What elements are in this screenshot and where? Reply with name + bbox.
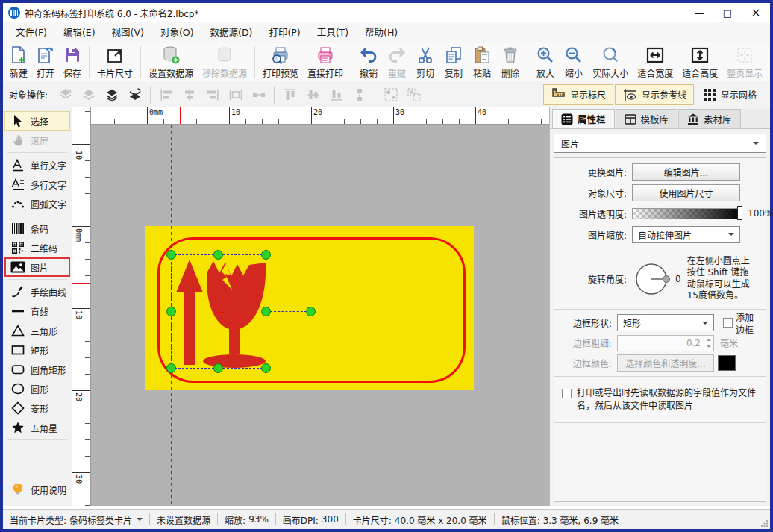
ruler-label: 10 bbox=[75, 310, 83, 319]
resize-handle-e[interactable] bbox=[261, 307, 271, 316]
menu-item-print[interactable]: 打印(P) bbox=[260, 23, 308, 43]
fit-width-button[interactable]: 适合宽度 bbox=[633, 44, 677, 81]
sidebar-item-arc-text[interactable]: 圆弧文字 bbox=[4, 194, 70, 213]
opacity-slider[interactable] bbox=[632, 208, 742, 219]
sidebar-item-select[interactable]: 选择 bbox=[4, 111, 70, 131]
menu-item-tools[interactable]: 工具(T) bbox=[309, 23, 357, 43]
show-ruler-toggle[interactable]: 显示标尺 bbox=[543, 84, 613, 105]
use-image-size-button[interactable]: 使用图片尺寸 bbox=[632, 184, 740, 201]
direct-print-button[interactable]: 直接打印 bbox=[303, 44, 348, 81]
fit-height-icon bbox=[690, 46, 710, 65]
tab-material-library[interactable]: 素材库 bbox=[678, 109, 741, 128]
add-border-checkbox[interactable] bbox=[723, 318, 733, 328]
show-guideline-toggle[interactable]: 显示参考线 bbox=[615, 84, 694, 105]
replace-image-label: 更换图片: bbox=[559, 166, 632, 178]
rotation-handle[interactable] bbox=[306, 307, 316, 316]
set-datasource-button[interactable]: 设置数据源 bbox=[144, 44, 198, 81]
cut-button[interactable]: 剪切 bbox=[411, 44, 439, 81]
resize-handle-nw[interactable] bbox=[166, 250, 176, 260]
border-width-label: 边框粗细: bbox=[559, 337, 617, 349]
show-grid-toggle[interactable]: 显示网格 bbox=[695, 85, 764, 104]
chevron-down-icon bbox=[753, 142, 759, 148]
remove-datasource-icon bbox=[215, 46, 234, 65]
edit-image-button[interactable]: 编辑图片... bbox=[632, 163, 740, 181]
image-scale-label: 图片缩放: bbox=[559, 228, 632, 241]
sidebar-item-freehand-curve[interactable]: 手绘曲线 bbox=[4, 282, 70, 301]
sidebar-item-single-line-text[interactable]: 单行文字 bbox=[4, 155, 70, 175]
fit-height-button[interactable]: 适合高度 bbox=[677, 44, 722, 81]
panel-tabs: 属性栏 模板库 素材库 bbox=[550, 109, 770, 129]
vertical-ruler[interactable]: -10 0mm 10 20 30 bbox=[72, 107, 91, 506]
rotation-dial[interactable]: 0 bbox=[633, 260, 681, 298]
tab-template-library[interactable]: 模板库 bbox=[616, 109, 678, 128]
new-button[interactable]: 新建 bbox=[5, 44, 32, 81]
open-file-icon bbox=[37, 46, 54, 65]
paste-button[interactable]: 粘贴 bbox=[468, 44, 496, 81]
resize-handle-w[interactable] bbox=[166, 307, 176, 316]
direct-print-icon bbox=[316, 46, 335, 65]
rotation-label: 旋转角度: bbox=[559, 272, 632, 285]
zoom-out-button[interactable]: 缩小 bbox=[560, 44, 588, 81]
resize-handle-ne[interactable] bbox=[261, 250, 271, 260]
minimize-button[interactable]: — bbox=[685, 3, 713, 22]
resize-handle-sw[interactable] bbox=[166, 363, 176, 373]
sidebar-item-star[interactable]: 五角星 bbox=[4, 418, 70, 437]
menu-item-datasource[interactable]: 数据源(D) bbox=[202, 23, 261, 43]
menu-item-view[interactable]: 视图(V) bbox=[104, 23, 152, 43]
move-layer-down-icon[interactable] bbox=[123, 85, 146, 104]
arc-text-icon bbox=[10, 196, 25, 211]
copy-button[interactable]: 复制 bbox=[439, 44, 468, 81]
menu-item-edit[interactable]: 编辑(E) bbox=[55, 23, 104, 43]
datasource-status: 未设置数据源 bbox=[157, 513, 210, 526]
datasource-image-section: 打印或导出时先读取数据源的字段值作为文件名，然后从该文件中读取图片 bbox=[554, 377, 766, 422]
properties-panel: 属性栏 模板库 素材库 图片 更换图片: 编 bbox=[549, 107, 770, 506]
help-button[interactable]: 使用说明 bbox=[4, 480, 70, 499]
maximize-button[interactable]: □ bbox=[713, 3, 742, 22]
sidebar-item-barcode[interactable]: 条码 bbox=[4, 219, 70, 238]
actual-size-button[interactable]: 实际大小 bbox=[588, 44, 633, 81]
tab-properties[interactable]: 属性栏 bbox=[552, 109, 615, 128]
equal-h-spacing-icon bbox=[224, 85, 247, 104]
menu-item-help[interactable]: 帮助(H) bbox=[357, 23, 406, 43]
menu-item-object[interactable]: 对象(O) bbox=[152, 23, 202, 43]
save-button[interactable]: 保存 bbox=[59, 44, 86, 81]
resize-handle-s[interactable] bbox=[213, 363, 223, 373]
move-layer-up-icon[interactable] bbox=[100, 85, 123, 104]
divider bbox=[7, 152, 67, 153]
menu-item-file[interactable]: 文件(F) bbox=[7, 23, 55, 43]
resize-handle-se[interactable] bbox=[261, 363, 271, 373]
ruler-label: 40 bbox=[478, 108, 486, 116]
object-type-select[interactable]: 图片 bbox=[554, 134, 766, 153]
sidebar-item-circle[interactable]: 圆形 bbox=[4, 379, 70, 398]
horizontal-ruler[interactable]: 0mm 10 20 30 40 bbox=[91, 107, 549, 125]
close-button[interactable]: × bbox=[742, 3, 770, 22]
resize-grip[interactable] bbox=[760, 519, 769, 528]
save-icon bbox=[63, 46, 81, 65]
undo-button[interactable]: 撤销 bbox=[354, 44, 383, 81]
border-shape-select[interactable]: 矩形 bbox=[617, 314, 714, 331]
sidebar-item-rectangle[interactable]: 矩形 bbox=[4, 340, 70, 360]
print-preview-icon bbox=[271, 46, 290, 65]
print-preview-button[interactable]: 打印预览 bbox=[258, 44, 303, 81]
resize-handle-n[interactable] bbox=[213, 250, 223, 260]
card-size-button[interactable]: 卡片尺寸 bbox=[93, 44, 137, 81]
delete-button[interactable]: 删除 bbox=[496, 44, 525, 81]
open-button[interactable]: 打开 bbox=[32, 44, 59, 81]
sidebar-item-multi-line-text[interactable]: 多行文字 bbox=[4, 175, 70, 194]
sidebar-item-rounded-rectangle[interactable]: 圆角矩形 bbox=[4, 360, 70, 379]
datasource-image-checkbox[interactable] bbox=[562, 389, 572, 398]
design-canvas[interactable] bbox=[91, 125, 549, 506]
rounded-rectangle-icon bbox=[10, 362, 25, 377]
sidebar-item-line[interactable]: 直线 bbox=[4, 301, 70, 321]
horizontal-guide-line[interactable] bbox=[91, 254, 549, 254]
divider bbox=[351, 46, 351, 78]
zoom-in-button[interactable]: 放大 bbox=[531, 44, 560, 81]
sidebar-item-triangle[interactable]: 三角形 bbox=[4, 321, 70, 340]
ruler-label: 10 bbox=[231, 108, 240, 116]
image-scale-select[interactable]: 自动拉伸图片 bbox=[632, 226, 740, 243]
card-type-dropdown[interactable]: 当前卡片类型: 条码标签类卡片 bbox=[10, 513, 143, 526]
sidebar-item-image[interactable]: 图片 bbox=[4, 257, 70, 277]
slider-handle[interactable] bbox=[737, 206, 742, 220]
sidebar-item-qrcode[interactable]: 二维码 bbox=[4, 238, 70, 257]
sidebar-item-diamond[interactable]: 菱形 bbox=[4, 398, 70, 418]
